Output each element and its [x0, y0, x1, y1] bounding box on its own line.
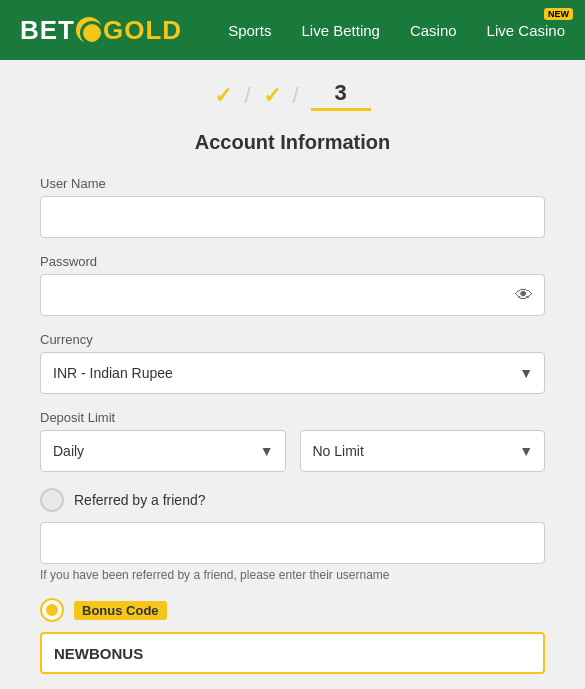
referred-input[interactable]	[40, 522, 545, 564]
nav-casino[interactable]: Casino	[410, 22, 457, 39]
deposit-limit-group: Deposit Limit Daily Weekly Monthly ▼ No …	[40, 410, 545, 472]
deposit-amount-wrapper: No Limit 100 500 ▼	[300, 430, 546, 472]
currency-select[interactable]: INR - Indian Rupee USD - US Dollar EUR -…	[40, 352, 545, 394]
password-input[interactable]	[40, 274, 545, 316]
nav-live-casino-label: Live Casino	[487, 22, 565, 39]
referred-radio[interactable]	[40, 488, 64, 512]
logo-icon	[76, 17, 102, 43]
password-input-wrapper: 👁	[40, 274, 545, 316]
bonus-code-group: Bonus Code	[40, 598, 545, 674]
referred-hint: If you have been referred by a friend, p…	[40, 568, 545, 582]
step-divider-2: /	[293, 83, 299, 109]
step-1-check: ✓	[214, 83, 232, 109]
bonus-code-label: Bonus Code	[74, 601, 167, 620]
bonus-code-input[interactable]	[40, 632, 545, 674]
deposit-period-select[interactable]: Daily Weekly Monthly	[40, 430, 286, 472]
currency-select-wrapper: INR - Indian Rupee USD - US Dollar EUR -…	[40, 352, 545, 394]
bonus-radio[interactable]	[40, 598, 64, 622]
username-group: User Name	[40, 176, 545, 238]
password-label: Password	[40, 254, 545, 269]
step-2-check: ✓	[263, 83, 281, 109]
form-title: Account Information	[40, 131, 545, 154]
currency-label: Currency	[40, 332, 545, 347]
navbar: BET GOLD Sports Live Betting Casino Live…	[0, 0, 585, 60]
steps-indicator: ✓ / ✓ / 3	[40, 80, 545, 111]
referred-label: Referred by a friend?	[74, 492, 206, 508]
toggle-password-icon[interactable]: 👁	[515, 285, 533, 306]
nav-sports[interactable]: Sports	[228, 22, 271, 39]
logo-gold-text: GOLD	[103, 15, 182, 46]
deposit-limit-label: Deposit Limit	[40, 410, 545, 425]
username-input[interactable]	[40, 196, 545, 238]
username-label: User Name	[40, 176, 545, 191]
nav-links: Sports Live Betting Casino Live Casino N…	[228, 22, 565, 39]
main-content: ✓ / ✓ / 3 Account Information User Name …	[0, 60, 585, 689]
referred-group: Referred by a friend? If you have been r…	[40, 488, 545, 582]
step-3-current: 3	[311, 80, 371, 111]
deposit-amount-select[interactable]: No Limit 100 500	[300, 430, 546, 472]
referred-radio-row: Referred by a friend?	[40, 488, 545, 512]
currency-group: Currency INR - Indian Rupee USD - US Dol…	[40, 332, 545, 394]
deposit-limit-row: Daily Weekly Monthly ▼ No Limit 100 500 …	[40, 430, 545, 472]
nav-live-betting[interactable]: Live Betting	[302, 22, 380, 39]
deposit-period-wrapper: Daily Weekly Monthly ▼	[40, 430, 286, 472]
logo-bet-text: BET	[20, 15, 75, 46]
logo: BET GOLD	[20, 15, 182, 46]
bonus-radio-row: Bonus Code	[40, 598, 545, 622]
password-group: Password 👁	[40, 254, 545, 316]
nav-live-casino[interactable]: Live Casino NEW	[487, 22, 565, 39]
new-badge: NEW	[544, 8, 573, 20]
step-divider-1: /	[244, 83, 250, 109]
